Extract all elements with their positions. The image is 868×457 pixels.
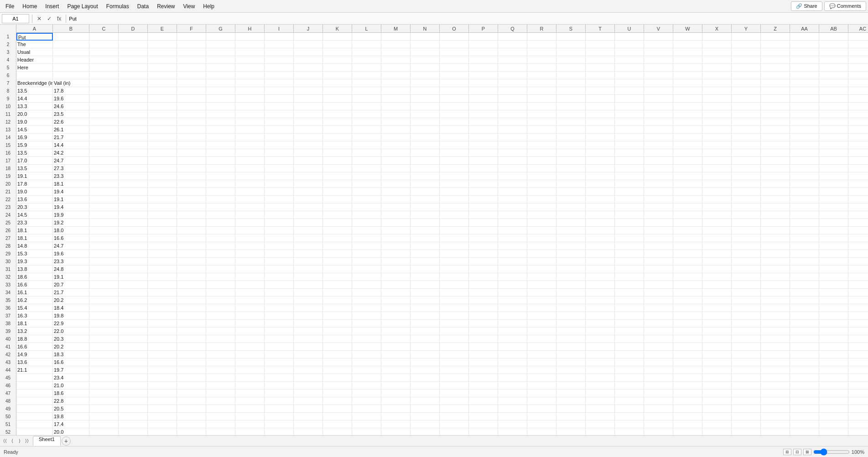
- cell-M33[interactable]: [381, 281, 411, 289]
- cell-W45[interactable]: [673, 374, 702, 382]
- col-header-H[interactable]: H: [235, 25, 265, 32]
- cell-G15[interactable]: [206, 141, 235, 149]
- cell-L20[interactable]: [352, 180, 381, 188]
- cell-I18[interactable]: [265, 165, 294, 172]
- cell-AC4[interactable]: [848, 56, 868, 64]
- cell-H44[interactable]: [235, 366, 265, 374]
- col-header-K[interactable]: K: [323, 25, 352, 32]
- cell-S31[interactable]: [556, 265, 586, 273]
- cell-W25[interactable]: [673, 219, 702, 227]
- page-layout-view-button[interactable]: ⊟: [793, 449, 801, 455]
- cell-AB40[interactable]: [819, 335, 848, 343]
- cell-R48[interactable]: [527, 397, 556, 405]
- cell-O24[interactable]: [440, 211, 469, 219]
- cell-AA21[interactable]: [790, 188, 819, 196]
- cell-C24[interactable]: [89, 211, 119, 219]
- cell-N50[interactable]: [411, 413, 440, 421]
- cell-O2[interactable]: [440, 41, 469, 48]
- cell-R20[interactable]: [527, 180, 556, 188]
- cell-W5[interactable]: [673, 64, 702, 72]
- cell-V41[interactable]: [644, 343, 673, 351]
- cell-N17[interactable]: [411, 157, 440, 165]
- cell-E37[interactable]: [148, 312, 177, 320]
- cell-Z33[interactable]: [761, 281, 790, 289]
- cell-T37[interactable]: [586, 312, 615, 320]
- cell-W1[interactable]: [673, 33, 702, 41]
- cell-E42[interactable]: [148, 351, 177, 358]
- cell-B9[interactable]: 19.6: [53, 95, 89, 103]
- cell-I9[interactable]: [265, 95, 294, 103]
- cell-W14[interactable]: [673, 134, 702, 141]
- cell-B24[interactable]: 19.9: [53, 211, 89, 219]
- cell-D12[interactable]: [119, 118, 148, 126]
- cell-M29[interactable]: [381, 250, 411, 258]
- cell-C49[interactable]: [89, 405, 119, 413]
- cell-T52[interactable]: [586, 428, 615, 435]
- cell-T21[interactable]: [586, 188, 615, 196]
- cell-C28[interactable]: [89, 242, 119, 250]
- cell-F22[interactable]: [177, 196, 206, 203]
- cell-Q45[interactable]: [498, 374, 527, 382]
- cell-I44[interactable]: [265, 366, 294, 374]
- cell-M36[interactable]: [381, 304, 411, 312]
- cell-AC24[interactable]: [848, 211, 868, 219]
- cell-B49[interactable]: 20.5: [53, 405, 89, 413]
- cell-D21[interactable]: [119, 188, 148, 196]
- cell-T50[interactable]: [586, 413, 615, 421]
- cell-S49[interactable]: [556, 405, 586, 413]
- cell-C43[interactable]: [89, 358, 119, 366]
- cell-B38[interactable]: 22.9: [53, 320, 89, 327]
- cell-Z22[interactable]: [761, 196, 790, 203]
- cell-V7[interactable]: [644, 79, 673, 87]
- cell-Q33[interactable]: [498, 281, 527, 289]
- cell-D10[interactable]: [119, 103, 148, 110]
- cell-M39[interactable]: [381, 327, 411, 335]
- cell-W4[interactable]: [673, 56, 702, 64]
- cell-N11[interactable]: [411, 110, 440, 118]
- cell-AA20[interactable]: [790, 180, 819, 188]
- cell-P24[interactable]: [469, 211, 498, 219]
- cell-A24[interactable]: 14.5: [16, 211, 53, 219]
- cell-D29[interactable]: [119, 250, 148, 258]
- cell-S33[interactable]: [556, 281, 586, 289]
- cell-Y10[interactable]: [732, 103, 761, 110]
- cell-C48[interactable]: [89, 397, 119, 405]
- cell-C18[interactable]: [89, 165, 119, 172]
- cell-L16[interactable]: [352, 149, 381, 157]
- col-header-N[interactable]: N: [411, 25, 440, 32]
- cell-G4[interactable]: [206, 56, 235, 64]
- cell-L40[interactable]: [352, 335, 381, 343]
- cell-R42[interactable]: [527, 351, 556, 358]
- cell-R3[interactable]: [527, 48, 556, 56]
- cell-K34[interactable]: [323, 289, 352, 296]
- cell-F32[interactable]: [177, 273, 206, 281]
- cell-A28[interactable]: 14.8: [16, 242, 53, 250]
- cell-U30[interactable]: [615, 258, 644, 265]
- cell-E36[interactable]: [148, 304, 177, 312]
- cell-Y39[interactable]: [732, 327, 761, 335]
- cell-A31[interactable]: 13.8: [16, 265, 53, 273]
- cell-Q16[interactable]: [498, 149, 527, 157]
- cell-C30[interactable]: [89, 258, 119, 265]
- cell-U27[interactable]: [615, 234, 644, 242]
- cell-G1[interactable]: [206, 33, 235, 41]
- cell-X52[interactable]: [702, 428, 732, 435]
- cell-B1[interactable]: [53, 33, 89, 41]
- cell-reference-box[interactable]: [2, 14, 29, 23]
- cell-S4[interactable]: [556, 56, 586, 64]
- cell-O40[interactable]: [440, 335, 469, 343]
- cell-D22[interactable]: [119, 196, 148, 203]
- cell-I6[interactable]: [265, 72, 294, 79]
- cell-S32[interactable]: [556, 273, 586, 281]
- cell-M1[interactable]: [381, 33, 411, 41]
- cell-L41[interactable]: [352, 343, 381, 351]
- cell-J49[interactable]: [294, 405, 323, 413]
- cell-X20[interactable]: [702, 180, 732, 188]
- cell-Y50[interactable]: [732, 413, 761, 421]
- cell-AB26[interactable]: [819, 227, 848, 234]
- sheet-tab-1[interactable]: Sheet1: [33, 436, 61, 446]
- cell-L32[interactable]: [352, 273, 381, 281]
- cell-AA14[interactable]: [790, 134, 819, 141]
- cell-F8[interactable]: [177, 87, 206, 95]
- cell-I16[interactable]: [265, 149, 294, 157]
